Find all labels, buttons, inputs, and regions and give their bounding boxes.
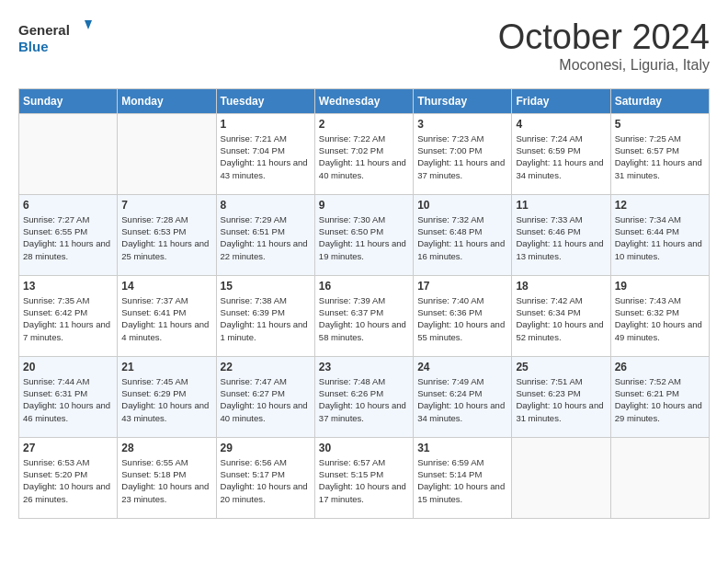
day-number: 6 [23,199,113,212]
day-info: Daylight: 10 hours and 58 minutes. [319,318,409,343]
day-info: Sunset: 6:50 PM [319,225,409,237]
day-number: 25 [516,361,606,373]
day-info: Daylight: 10 hours and 20 minutes. [221,480,311,505]
day-info: Sunset: 6:48 PM [417,225,507,237]
calendar-cell: 16Sunrise: 7:39 AMSunset: 6:37 PMDayligh… [314,275,413,356]
day-info: Sunrise: 7:35 AM [23,294,113,306]
calendar-cell: 6Sunrise: 7:27 AMSunset: 6:55 PMDaylight… [19,194,118,275]
day-info: Daylight: 11 hours and 19 minutes. [319,237,409,262]
day-info: Daylight: 11 hours and 25 minutes. [121,237,211,262]
calendar-cell: 27Sunrise: 6:53 AMSunset: 5:20 PMDayligh… [19,437,118,518]
day-info: Sunrise: 7:27 AM [23,213,113,225]
calendar-cell: 23Sunrise: 7:48 AMSunset: 6:26 PMDayligh… [314,356,413,437]
day-info: Sunrise: 7:48 AM [319,375,409,387]
day-info: Daylight: 10 hours and 34 minutes. [417,399,507,424]
calendar-cell: 18Sunrise: 7:42 AMSunset: 6:34 PMDayligh… [512,275,610,356]
day-info: Sunset: 6:37 PM [319,306,409,318]
day-info: Daylight: 11 hours and 22 minutes. [221,237,311,262]
month-title: October 2024 [498,18,710,57]
calendar-cell: 10Sunrise: 7:32 AMSunset: 6:48 PMDayligh… [414,194,512,275]
day-info: Sunset: 6:23 PM [516,387,606,399]
day-info: Sunset: 6:27 PM [221,387,311,399]
day-info: Sunrise: 7:51 AM [516,375,606,387]
header-thursday: Thursday [414,88,512,113]
header-tuesday: Tuesday [216,88,314,113]
day-info: Sunrise: 6:56 AM [221,456,311,468]
day-number: 4 [516,118,606,131]
location-title: Moconesi, Liguria, Italy [498,57,710,74]
calendar-cell: 15Sunrise: 7:38 AMSunset: 6:39 PMDayligh… [216,275,314,356]
day-info: Sunrise: 7:32 AM [417,213,507,225]
page-header: General Blue October 2024 Moconesi, Ligu… [18,18,710,74]
day-info: Sunrise: 7:42 AM [516,294,606,306]
calendar-cell: 4Sunrise: 7:24 AMSunset: 6:59 PMDaylight… [512,113,610,194]
day-info: Sunset: 5:20 PM [23,468,113,480]
day-info: Sunset: 5:18 PM [121,468,211,480]
day-info: Sunset: 6:36 PM [417,306,507,318]
day-number: 22 [221,361,311,373]
calendar-cell: 12Sunrise: 7:34 AMSunset: 6:44 PMDayligh… [610,194,709,275]
week-row-3: 13Sunrise: 7:35 AMSunset: 6:42 PMDayligh… [19,275,710,356]
day-number: 30 [319,442,409,454]
day-info: Daylight: 10 hours and 55 minutes. [417,318,507,343]
day-info: Sunset: 6:39 PM [221,306,311,318]
calendar-cell: 25Sunrise: 7:51 AMSunset: 6:23 PMDayligh… [512,356,610,437]
day-number: 16 [319,280,409,293]
day-info: Sunrise: 7:43 AM [615,294,705,306]
day-info: Sunrise: 7:22 AM [319,132,409,144]
week-row-2: 6Sunrise: 7:27 AMSunset: 6:55 PMDaylight… [19,194,710,275]
day-number: 31 [417,442,507,454]
day-info: Sunrise: 7:34 AM [615,213,705,225]
day-info: Sunrise: 7:33 AM [516,213,606,225]
week-row-1: 1Sunrise: 7:21 AMSunset: 7:04 PMDaylight… [19,113,710,194]
day-info: Sunset: 6:24 PM [417,387,507,399]
day-number: 27 [23,442,113,454]
day-number: 12 [615,199,705,212]
day-number: 26 [615,361,705,373]
day-number: 18 [516,280,606,293]
day-info: Daylight: 10 hours and 26 minutes. [23,480,113,505]
day-number: 24 [417,361,507,373]
title-area: October 2024 Moconesi, Liguria, Italy [498,18,710,74]
day-info: Sunset: 6:55 PM [23,225,113,237]
day-number: 28 [121,442,211,454]
day-info: Daylight: 11 hours and 10 minutes. [615,237,705,262]
day-info: Sunset: 6:41 PM [121,306,211,318]
day-number: 14 [121,280,211,293]
calendar-cell: 9Sunrise: 7:30 AMSunset: 6:50 PMDaylight… [314,194,413,275]
calendar-cell [610,437,709,518]
day-info: Sunset: 7:00 PM [417,144,507,156]
day-info: Daylight: 10 hours and 17 minutes. [319,480,409,505]
calendar-cell: 8Sunrise: 7:29 AMSunset: 6:51 PMDaylight… [216,194,314,275]
calendar-cell: 24Sunrise: 7:49 AMSunset: 6:24 PMDayligh… [414,356,512,437]
calendar-cell: 1Sunrise: 7:21 AMSunset: 7:04 PMDaylight… [216,113,314,194]
day-info: Daylight: 10 hours and 52 minutes. [516,318,606,343]
day-info: Sunrise: 7:28 AM [121,213,211,225]
day-info: Daylight: 10 hours and 23 minutes. [121,480,211,505]
day-info: Daylight: 11 hours and 16 minutes. [417,237,507,262]
day-number: 23 [319,361,409,373]
day-info: Sunrise: 7:38 AM [221,294,311,306]
day-number: 11 [516,199,606,212]
day-info: Sunrise: 7:23 AM [417,132,507,144]
calendar-cell: 22Sunrise: 7:47 AMSunset: 6:27 PMDayligh… [216,356,314,437]
day-info: Sunrise: 7:49 AM [417,375,507,387]
header-saturday: Saturday [610,88,709,113]
day-info: Sunrise: 7:21 AM [221,132,311,144]
day-info: Sunset: 7:02 PM [319,144,409,156]
day-info: Sunset: 6:29 PM [121,387,211,399]
day-number: 19 [615,280,705,293]
day-info: Sunset: 6:21 PM [615,387,705,399]
day-info: Daylight: 11 hours and 13 minutes. [516,237,606,262]
day-info: Daylight: 10 hours and 29 minutes. [615,399,705,424]
calendar-cell: 7Sunrise: 7:28 AMSunset: 6:53 PMDaylight… [118,194,216,275]
day-info: Sunrise: 7:30 AM [319,213,409,225]
calendar-cell [512,437,610,518]
day-info: Sunrise: 7:24 AM [516,132,606,144]
day-number: 15 [221,280,311,293]
day-info: Sunset: 5:15 PM [319,468,409,480]
calendar-cell [118,113,216,194]
day-info: Sunrise: 7:44 AM [23,375,113,387]
header-monday: Monday [118,88,216,113]
day-info: Daylight: 11 hours and 1 minute. [221,318,311,343]
